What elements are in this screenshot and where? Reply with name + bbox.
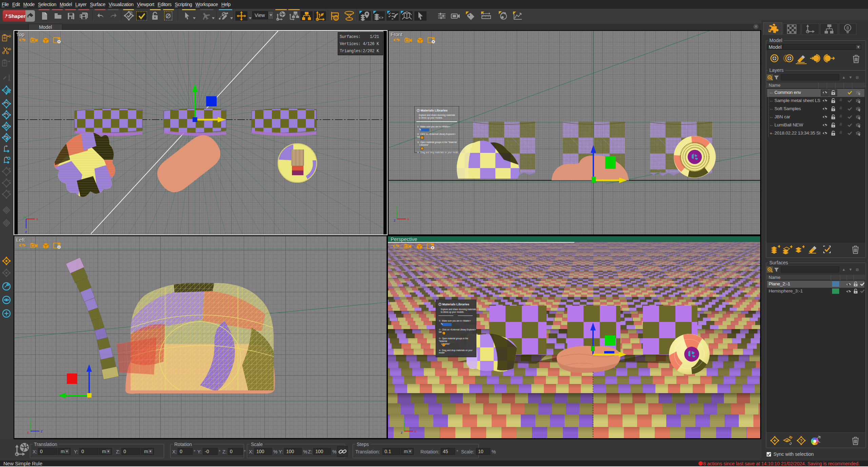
svg-text:x: x [27, 430, 29, 434]
svg-text:z: z [25, 230, 27, 234]
svg-text:w: w [23, 215, 26, 219]
svg-text:x: x [414, 429, 416, 433]
svg-text:y: y [29, 418, 32, 422]
svg-text:y: y [403, 418, 405, 422]
svg-text:z: z [394, 218, 396, 222]
svg-text:z: z [41, 429, 43, 433]
svg-text:x: x [36, 217, 38, 221]
svg-text:?: ? [800, 438, 803, 443]
svg-text:x: x [407, 217, 409, 221]
svg-text:z: z [401, 430, 403, 434]
svg-text:y: y [396, 205, 398, 209]
